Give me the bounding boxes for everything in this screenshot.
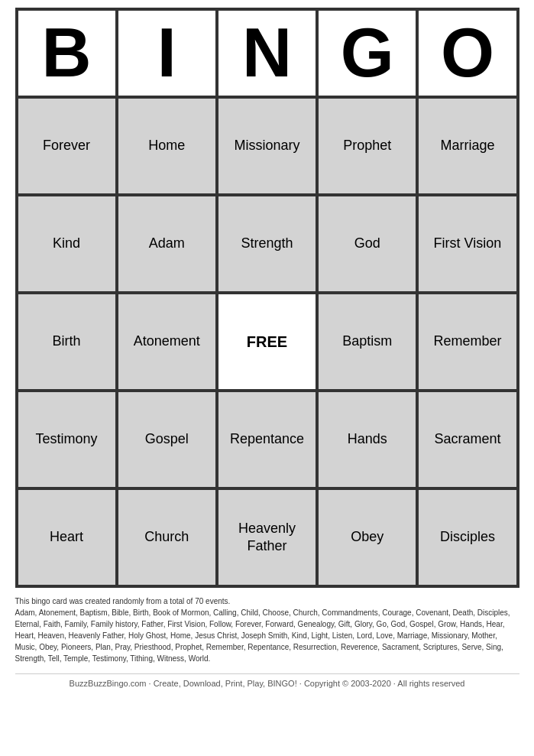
header-row: B I N G O: [17, 9, 518, 97]
cell-4-1: Testimony: [17, 391, 117, 488]
cell-1-1: Forever: [17, 97, 117, 195]
header-o: O: [417, 9, 517, 97]
header-i: I: [117, 9, 217, 97]
cell-3-5: Remember: [417, 293, 517, 391]
cell-4-3: Repentance: [217, 391, 317, 488]
cell-1-5: Marriage: [417, 97, 517, 195]
body-grid: Forever Home Missionary Prophet Marriage…: [17, 97, 518, 586]
cell-3-1: Birth: [17, 293, 117, 391]
page-wrapper: B I N G O Forever Home Missionary Prophe…: [0, 0, 534, 756]
header-b: B: [17, 9, 117, 97]
footer-desc-text: This bingo card was created randomly fro…: [15, 597, 231, 605]
bingo-row-2: Kind Adam Strength God First Vision: [17, 195, 518, 293]
bingo-row-5: Heart Church Heavenly Father Obey Discip…: [17, 488, 518, 586]
cell-3-2: Atonement: [117, 293, 217, 391]
bingo-card: B I N G O Forever Home Missionary Prophe…: [15, 8, 519, 588]
cell-5-3: Heavenly Father: [217, 488, 317, 586]
bingo-row-3: Birth Atonement FREE Baptism Remember: [17, 293, 518, 391]
footer-word-list: Adam, Atonement, Baptism, Bible, Birth, …: [15, 608, 510, 663]
cell-1-2: Home: [117, 97, 217, 195]
cell-1-4: Prophet: [317, 97, 417, 195]
bingo-row-4: Testimony Gospel Repentance Hands Sacram…: [17, 391, 518, 488]
cell-3-3-free: FREE: [217, 293, 317, 391]
bingo-row-1: Forever Home Missionary Prophet Marriage: [17, 97, 518, 195]
cell-2-1: Kind: [17, 195, 117, 293]
cell-5-4: Obey: [317, 488, 417, 586]
footer-bottom-text: BuzzBuzzBingo.com · Create, Download, Pr…: [70, 679, 465, 688]
cell-1-3: Missionary: [217, 97, 317, 195]
header-g: G: [317, 9, 417, 97]
cell-4-4: Hands: [317, 391, 417, 488]
footer-description: This bingo card was created randomly fro…: [15, 595, 519, 664]
cell-5-1: Heart: [17, 488, 117, 586]
footer-bottom: BuzzBuzzBingo.com · Create, Download, Pr…: [15, 673, 519, 688]
cell-2-5: First Vision: [417, 195, 517, 293]
cell-3-4: Baptism: [317, 293, 417, 391]
header-n: N: [217, 9, 317, 97]
cell-4-2: Gospel: [117, 391, 217, 488]
cell-4-5: Sacrament: [417, 391, 517, 488]
cell-5-2: Church: [117, 488, 217, 586]
cell-5-5: Disciples: [417, 488, 517, 586]
cell-2-2: Adam: [117, 195, 217, 293]
cell-2-3: Strength: [217, 195, 317, 293]
cell-2-4: God: [317, 195, 417, 293]
